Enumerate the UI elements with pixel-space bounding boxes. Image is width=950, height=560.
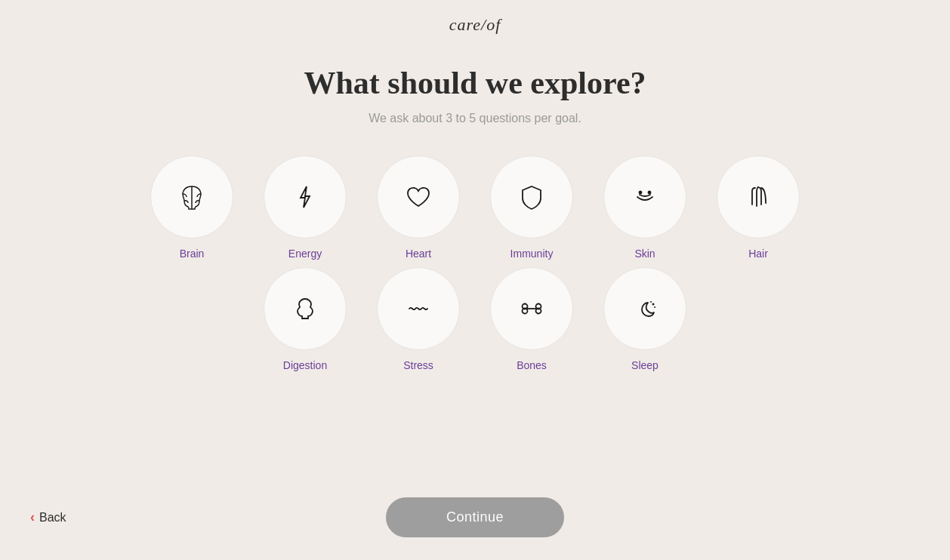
option-hair[interactable]: Hair xyxy=(709,155,807,260)
energy-label: Energy xyxy=(288,248,322,260)
brain-label: Brain xyxy=(180,248,205,260)
heart-label: Heart xyxy=(406,248,431,260)
back-chevron-icon: ‹ xyxy=(30,509,35,525)
bones-label: Bones xyxy=(517,359,547,371)
energy-icon xyxy=(288,180,322,214)
sleep-label: Sleep xyxy=(631,359,659,371)
immunity-circle[interactable] xyxy=(490,155,573,238)
back-label: Back xyxy=(39,511,66,525)
skin-icon xyxy=(628,180,662,214)
svg-point-7 xyxy=(652,303,655,306)
option-immunity[interactable]: Immunity xyxy=(483,155,581,260)
svg-point-8 xyxy=(654,306,655,308)
footer: ‹ Back Continue xyxy=(0,482,950,560)
options-row-2: Digestion Stress xyxy=(256,267,694,371)
hair-icon xyxy=(742,180,775,214)
option-energy[interactable]: Energy xyxy=(256,155,354,260)
logo: care/of xyxy=(449,15,501,34)
hair-label: Hair xyxy=(748,248,768,260)
digestion-icon xyxy=(288,292,322,325)
page-title: What should we explore? xyxy=(304,65,646,101)
svg-point-1 xyxy=(640,192,642,194)
bones-circle[interactable] xyxy=(490,267,573,350)
header: care/of xyxy=(0,0,950,42)
option-stress[interactable]: Stress xyxy=(369,267,467,371)
option-skin[interactable]: Skin xyxy=(596,155,694,260)
back-button[interactable]: ‹ Back xyxy=(30,509,66,525)
option-brain[interactable]: Brain xyxy=(143,155,241,260)
skin-label: Skin xyxy=(634,248,655,260)
digestion-circle[interactable] xyxy=(264,267,347,350)
immunity-icon xyxy=(515,180,548,214)
option-bones[interactable]: Bones xyxy=(483,267,581,371)
brain-circle[interactable] xyxy=(150,155,233,238)
hair-circle[interactable] xyxy=(717,155,800,238)
heart-circle[interactable] xyxy=(377,155,460,238)
subtitle: We ask about 3 to 5 questions per goal. xyxy=(369,112,581,125)
options-row-1: Brain Energy Heart xyxy=(143,155,807,260)
energy-circle[interactable] xyxy=(264,155,347,238)
svg-point-9 xyxy=(650,301,652,303)
option-sleep[interactable]: Sleep xyxy=(596,267,694,371)
sleep-circle[interactable] xyxy=(603,267,686,350)
option-digestion[interactable]: Digestion xyxy=(256,267,354,371)
svg-point-0 xyxy=(649,192,651,194)
options-grid: Brain Energy Heart xyxy=(143,155,807,371)
continue-button[interactable]: Continue xyxy=(386,497,564,537)
skin-circle[interactable] xyxy=(603,155,686,238)
bones-icon xyxy=(515,292,548,325)
heart-icon xyxy=(402,180,435,214)
option-heart[interactable]: Heart xyxy=(369,155,467,260)
stress-label: Stress xyxy=(403,359,433,371)
stress-circle[interactable] xyxy=(377,267,460,350)
stress-icon xyxy=(402,292,435,325)
digestion-label: Digestion xyxy=(283,359,327,371)
main-content: What should we explore? We ask about 3 t… xyxy=(0,42,950,482)
immunity-label: Immunity xyxy=(510,248,554,260)
brain-icon xyxy=(175,180,208,214)
sleep-icon xyxy=(628,292,662,325)
